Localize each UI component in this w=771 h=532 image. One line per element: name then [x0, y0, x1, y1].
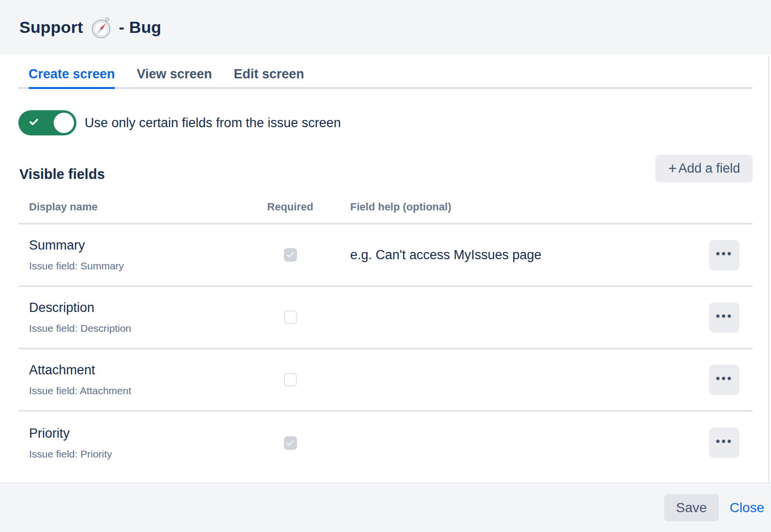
ellipsis-icon: ••• — [716, 435, 733, 447]
tab-edit-screen[interactable]: Edit screen — [234, 67, 304, 87]
page-title: Support - Bug — [19, 16, 162, 39]
use-certain-fields-toggle[interactable] — [18, 110, 76, 135]
certain-fields-toggle-row: Use only certain fields from the issue s… — [18, 110, 753, 135]
row-more-actions-button[interactable]: ••• — [709, 302, 740, 333]
ellipsis-icon: ••• — [716, 248, 733, 260]
visible-fields-table: Display name Required Field help (option… — [18, 201, 753, 474]
field-name-cell: Description Issue field: Description — [29, 300, 265, 334]
toggle-label: Use only certain fields from the issue s… — [85, 115, 341, 131]
required-checkbox[interactable] — [284, 310, 297, 324]
modal-footer: Save Close — [0, 482, 771, 532]
table-header-row: Display name Required Field help (option… — [18, 201, 753, 224]
table-row: Description Issue field: Description ••• — [18, 287, 753, 349]
field-name-cell: Priority Issue field: Priority — [29, 426, 265, 460]
field-issue-field: Issue field: Priority — [29, 448, 265, 460]
column-header-field-help: Field help (optional) — [315, 201, 709, 213]
field-display-name: Description — [29, 300, 265, 315]
add-field-button[interactable]: + Add a field — [655, 155, 753, 182]
row-more-actions-button[interactable]: ••• — [709, 240, 740, 270]
column-header-display-name: Display name — [29, 201, 265, 213]
row-more-actions-button[interactable]: ••• — [709, 365, 740, 395]
content-right-divider — [768, 56, 769, 483]
required-cell — [265, 248, 315, 262]
column-header-actions — [709, 201, 740, 213]
ellipsis-icon: ••• — [716, 310, 733, 322]
table-row: Priority Issue field: Priority ••• — [18, 412, 753, 474]
required-checkbox[interactable] — [284, 436, 297, 450]
issue-type-name: - Bug — [119, 18, 162, 37]
column-header-required: Required — [265, 201, 315, 213]
modal-header: Support - Bug — [0, 0, 771, 55]
plus-icon: + — [668, 161, 677, 176]
field-issue-field: Issue field: Summary — [29, 260, 265, 272]
required-checkbox[interactable] — [284, 373, 297, 386]
required-cell — [265, 436, 315, 450]
modal-content: Create screen View screen Edit screen Us… — [0, 55, 771, 474]
project-name: Support — [19, 18, 83, 37]
field-display-name: Attachment — [29, 363, 265, 377]
table-row: Attachment Issue field: Attachment ••• — [18, 349, 753, 412]
tab-create-screen[interactable]: Create screen — [29, 67, 115, 87]
close-link[interactable]: Close — [729, 500, 764, 516]
toggle-knob — [54, 113, 74, 133]
field-issue-field: Issue field: Description — [29, 323, 265, 334]
required-cell — [265, 373, 315, 386]
compass-icon — [90, 16, 112, 39]
tab-view-screen[interactable]: View screen — [137, 67, 212, 87]
field-name-cell: Summary Issue field: Summary — [29, 238, 265, 272]
field-display-name: Summary — [29, 238, 265, 252]
field-display-name: Priority — [29, 426, 265, 441]
field-issue-field: Issue field: Attachment — [29, 385, 265, 397]
row-more-actions-button[interactable]: ••• — [709, 428, 740, 458]
required-cell — [265, 310, 315, 324]
required-checkbox[interactable] — [284, 248, 297, 262]
ellipsis-icon: ••• — [716, 372, 733, 384]
table-row: Summary Issue field: Summary e.g. Can't … — [18, 224, 753, 287]
field-name-cell: Attachment Issue field: Attachment — [29, 363, 265, 397]
visible-fields-heading: Visible fields — [18, 166, 105, 182]
visible-fields-section-header: Visible fields + Add a field — [18, 155, 753, 182]
save-button[interactable]: Save — [664, 494, 719, 521]
add-field-button-label: Add a field — [678, 161, 740, 176]
field-help-text: e.g. Can't access MyIssues page — [315, 248, 709, 263]
screen-tabs: Create screen View screen Edit screen — [18, 55, 753, 89]
toggle-check-icon — [28, 116, 40, 130]
